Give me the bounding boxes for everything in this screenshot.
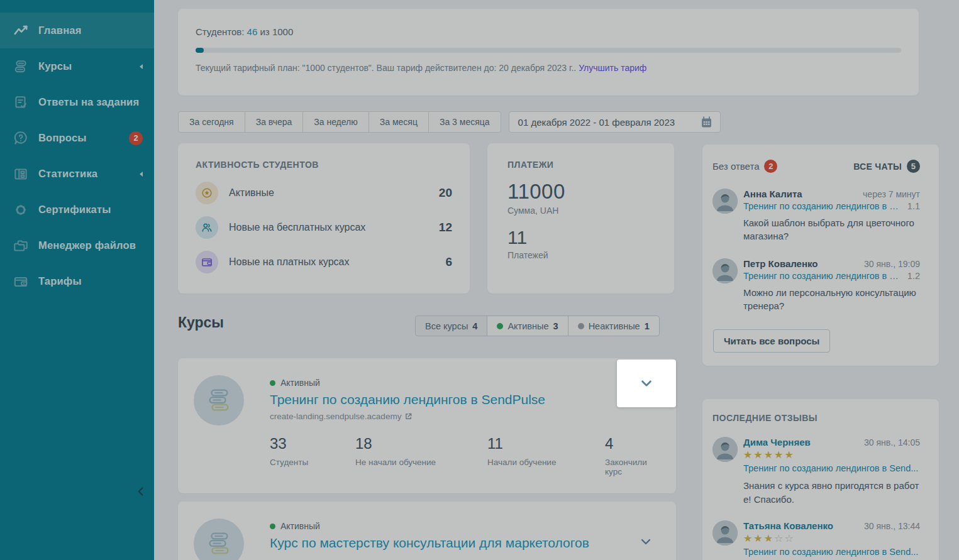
sidebar-item-questions[interactable]: Вопросы 2 (0, 120, 154, 156)
pricing-icon (13, 273, 29, 290)
chat-course-link[interactable]: Тренинг по созданию лендингов в S... (743, 271, 901, 281)
activity-row-label: Активные (229, 187, 439, 199)
stat-value: 18 (355, 435, 487, 453)
tab-count: 4 (472, 321, 477, 331)
stat-value: 33 (270, 435, 355, 453)
date-range-value: 01 декабря 2022 - 01 февраля 2023 (518, 117, 675, 128)
stat-started: 11 Начали обучение (487, 435, 605, 476)
review-body: Татьяна Коваленко 30 янв., 13:44 ★★★☆☆ Т… (743, 520, 920, 557)
reviewer-name-link[interactable]: Татьяна Коваленко (743, 520, 833, 531)
period-today-button[interactable]: За сегодня (178, 111, 245, 133)
chat-course-link[interactable]: Тренинг по созданию лендингов в S... (743, 201, 901, 211)
review-course-link[interactable]: Тренинг по созданию лендингов в Send... (743, 547, 920, 557)
course-expand-button[interactable] (638, 534, 653, 552)
chat-message: Какой шаблон выбрать для цветочного мага… (743, 217, 920, 243)
course-card: Активный Тренинг по созданию лендингов в… (178, 358, 676, 493)
avatar (712, 520, 738, 546)
tab-active-courses[interactable]: Активные 3 (487, 316, 568, 336)
sidebar-item-certificates[interactable]: Сертификаты (0, 192, 154, 228)
review-time: 30 янв., 13:44 (864, 521, 920, 531)
files-icon (13, 238, 29, 254)
course-status: Активный (270, 378, 657, 388)
chat-body: Петр Коваленко 30 янв., 19:09 Тренинг по… (743, 258, 920, 312)
all-chats-count-badge: 5 (907, 160, 920, 173)
inactive-status-dot (578, 323, 584, 329)
reviewer-name-link[interactable]: Дима Черняев (743, 437, 811, 447)
tab-inactive-courses[interactable]: Неактивные 1 (568, 316, 660, 336)
period-month-button[interactable]: За месяц (369, 111, 429, 133)
chat-chapter-number: 1.1 (907, 201, 920, 211)
tab-all-courses[interactable]: Все курсы 4 (415, 316, 487, 336)
chevron-left-icon (134, 485, 148, 498)
chat-time: через 7 минут (863, 189, 920, 199)
review-item[interactable]: Дима Черняев 30 янв., 14:05 ★★★★★ Тренин… (712, 437, 920, 507)
sidebar-item-home[interactable]: Главная (0, 13, 154, 48)
courses-section-title: Курсы (178, 314, 224, 331)
course-books-icon (194, 519, 244, 560)
pulse-icon (13, 23, 29, 39)
activity-row-value: 12 (439, 221, 452, 234)
course-title-link[interactable]: Курс по мастерству консультации для марк… (270, 535, 657, 551)
period-3months-button[interactable]: За 3 месяца (428, 111, 501, 133)
payments-amount-label: Сумма, UAH (507, 206, 654, 216)
activity-row-value: 6 (445, 255, 452, 269)
reviews-title: ПОСЛЕДНИЕ ОТЗЫВЫ (712, 413, 920, 423)
stars-empty: ☆☆ (774, 533, 795, 544)
activity-row-new-paid: Новые на платных курсах 6 (196, 251, 452, 273)
tab-count: 1 (645, 321, 650, 331)
read-all-questions-button[interactable]: Читать все вопросы (713, 329, 830, 353)
sidebar-item-pricing[interactable]: Тарифы (0, 263, 154, 299)
date-range-picker[interactable]: 01 декабря 2022 - 01 февраля 2023 (509, 111, 721, 133)
chat-author-name: Анна Калита (743, 189, 802, 199)
activity-row-value: 20 (439, 186, 452, 200)
review-item[interactable]: Татьяна Коваленко 30 янв., 13:44 ★★★☆☆ Т… (712, 520, 920, 557)
sidebar-item-label: Тарифы (38, 275, 143, 287)
unanswered-filter[interactable]: Без ответа 2 (712, 160, 777, 173)
all-chats-link[interactable]: ВСЕ ЧАТЫ 5 (853, 160, 920, 173)
course-status: Активный (270, 521, 657, 531)
unanswered-count-badge: 2 (764, 160, 777, 173)
star-rating: ★★★☆☆ (743, 532, 920, 544)
activity-row-new-free: Новые на бесплатных курсах 12 (196, 216, 452, 239)
course-url: create-landing.sendpulse.academy (270, 412, 657, 421)
period-week-button[interactable]: За неделю (302, 111, 369, 133)
sidebar-item-courses[interactable]: Курсы (0, 48, 154, 84)
sidebar-item-statistics[interactable]: Статистика (0, 156, 154, 192)
stars-filled: ★★★ (743, 533, 774, 544)
sidebar-item-label: Менеджер файлов (38, 239, 143, 251)
student-activity-card: АКТИВНОСТЬ СТУДЕНТОВ Активные 20 Новые н… (178, 143, 470, 294)
plan-info: Текущий тарифный план: "1000 студентов".… (196, 63, 901, 73)
sidebar-item-label: Вопросы (38, 132, 129, 144)
star-medal-icon (196, 182, 218, 204)
stat-not-started: 18 Не начали обучение (355, 435, 487, 476)
payments-card: ПЛАТЕЖИ 11000 Сумма, UAH 11 Платежей (487, 143, 674, 294)
external-link-icon[interactable] (404, 412, 413, 420)
period-yesterday-button[interactable]: За вчера (245, 111, 304, 133)
chat-item[interactable]: Петр Коваленко 30 янв., 19:09 Тренинг по… (712, 258, 920, 312)
chat-chapter-number: 1.2 (907, 271, 920, 281)
tab-count: 3 (553, 321, 558, 331)
stat-students: 33 Студенты (270, 435, 355, 476)
course-expand-spotlight-button[interactable] (617, 360, 676, 407)
all-chats-label: ВСЕ ЧАТЫ (853, 162, 902, 172)
upgrade-plan-link[interactable]: Улучшить тариф (579, 63, 646, 73)
review-course-link[interactable]: Тренинг по созданию лендингов в Send... (743, 463, 920, 473)
sidebar-collapse-button[interactable] (132, 483, 150, 500)
submenu-collapse-icon (140, 64, 143, 69)
tab-label: Активные (507, 321, 548, 331)
chevron-down-icon (638, 534, 653, 549)
sidebar-item-assignments[interactable]: Ответы на задания (0, 84, 154, 120)
period-button-group: За сегодня За вчера За неделю За месяц З… (178, 111, 501, 133)
main-content: Студентов: 46 из 1000 Текущий тарифный п… (154, 0, 959, 560)
period-filter-row: За сегодня За вчера За неделю За месяц З… (178, 111, 721, 133)
assignments-icon (13, 94, 29, 111)
app-root: Главная Курсы Ответы на задания Вопросы … (0, 0, 959, 560)
stars-filled: ★★★★★ (743, 449, 795, 460)
payments-title: ПЛАТЕЖИ (507, 160, 654, 170)
activity-row-active: Активные 20 (196, 182, 452, 204)
course-title-link[interactable]: Тренинг по созданию лендингов в SendPuls… (270, 392, 657, 407)
star-rating: ★★★★★ (743, 449, 920, 461)
sidebar-item-file-manager[interactable]: Менеджер файлов (0, 228, 154, 263)
tab-label: Все курсы (425, 321, 468, 331)
chat-item[interactable]: Анна Калита через 7 минут Тренинг по соз… (712, 189, 920, 243)
